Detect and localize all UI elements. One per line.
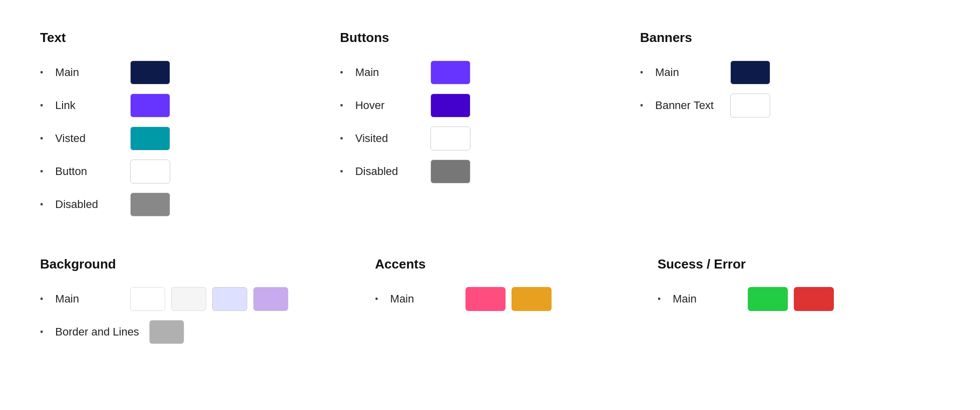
item-label: Visited: [355, 132, 420, 145]
bullet: •: [40, 327, 43, 338]
bullet: •: [340, 134, 343, 144]
item-label: Disabled: [55, 198, 120, 211]
text-color-item: • Link: [40, 94, 320, 118]
banners-color-item: • Banner Text: [640, 94, 920, 118]
item-label: Main: [355, 66, 420, 79]
banners-section: Banners • Main • Banner Text: [640, 30, 940, 216]
color-swatch: [794, 287, 834, 311]
accents-color-item: • Main: [375, 287, 637, 311]
item-label: Disabled: [355, 165, 420, 178]
buttons-color-item: • Hover: [340, 94, 620, 118]
bullet: •: [40, 134, 43, 144]
background-main-item: • Main: [40, 287, 355, 311]
text-color-item: • Button: [40, 160, 320, 184]
text-color-list: • Main • Link • Visted • Button • Disabl…: [40, 60, 320, 216]
accents-section-title: Accents: [375, 256, 637, 272]
bullet: •: [340, 100, 343, 111]
accent-swatches: [465, 287, 552, 311]
color-swatch: [171, 287, 206, 311]
item-label: Main: [673, 292, 738, 306]
banners-color-list: • Main • Banner Text: [640, 60, 920, 118]
text-color-item: • Disabled: [40, 192, 320, 216]
item-label: Button: [55, 165, 120, 178]
bullet: •: [40, 166, 43, 177]
item-label: Visted: [55, 132, 120, 145]
color-swatch: [130, 60, 170, 84]
buttons-section: Buttons • Main • Hover • Visited • Disab…: [340, 30, 640, 216]
background-section-title: Background: [40, 256, 355, 272]
color-swatch: [430, 126, 470, 150]
color-swatch: [149, 320, 184, 344]
bullet: •: [340, 166, 343, 177]
item-label: Hover: [355, 99, 420, 112]
bullet: •: [658, 294, 661, 304]
buttons-section-title: Buttons: [340, 30, 620, 46]
bullet: •: [640, 68, 643, 78]
color-swatch: [730, 94, 770, 118]
item-label: Banner Text: [655, 99, 720, 112]
success-error-color-item: • Main: [658, 287, 920, 311]
success-error-section-title: Sucess / Error: [658, 256, 920, 272]
bullet: •: [375, 294, 378, 304]
buttons-color-item: • Visited: [340, 126, 620, 150]
success-error-section: Sucess / Error • Main: [658, 256, 940, 344]
banners-color-item: • Main: [640, 60, 920, 84]
accents-section: Accents • Main: [375, 256, 657, 344]
bullet: •: [40, 68, 43, 78]
color-swatch: [465, 287, 506, 311]
item-label: Main: [390, 292, 455, 306]
text-section-title: Text: [40, 30, 320, 46]
bullet: •: [640, 100, 643, 111]
color-swatch: [130, 126, 170, 150]
color-swatch: [512, 287, 552, 311]
color-swatch: [430, 94, 470, 118]
success-error-color-list: • Main: [658, 287, 920, 311]
text-color-item: • Visted: [40, 126, 320, 150]
color-swatch: [130, 192, 170, 216]
buttons-color-list: • Main • Hover • Visited • Disabled: [340, 60, 620, 184]
text-section: Text • Main • Link • Visted • Button • D…: [40, 30, 340, 216]
background-border-swatches: [149, 320, 184, 344]
bullet: •: [40, 294, 43, 304]
color-swatch: [212, 287, 247, 311]
bullet: •: [40, 200, 43, 210]
success-error-swatches: [748, 287, 834, 311]
color-swatch: [430, 60, 470, 84]
item-label: Main: [55, 66, 120, 79]
color-swatch: [730, 60, 770, 84]
item-label: Main: [655, 66, 720, 79]
background-section: Background • Main • Border and Lines: [40, 256, 375, 344]
buttons-color-item: • Main: [340, 60, 620, 84]
buttons-color-item: • Disabled: [340, 160, 620, 184]
color-swatch: [253, 287, 288, 311]
color-swatch: [130, 287, 165, 311]
banners-section-title: Banners: [640, 30, 920, 46]
accents-color-list: • Main: [375, 287, 637, 311]
bullet: •: [40, 100, 43, 111]
background-border-label: Border and Lines: [55, 326, 139, 338]
color-swatch: [130, 94, 170, 118]
color-swatch: [130, 160, 170, 184]
background-border-item: • Border and Lines: [40, 320, 355, 344]
bullet: •: [340, 68, 343, 78]
text-color-item: • Main: [40, 60, 320, 84]
background-main-label: Main: [55, 292, 120, 306]
item-label: Link: [55, 99, 120, 112]
color-swatch: [430, 160, 470, 184]
background-main-swatches: [130, 287, 288, 311]
color-swatch: [748, 287, 788, 311]
background-color-list: • Main • Border and Lines: [40, 287, 355, 344]
